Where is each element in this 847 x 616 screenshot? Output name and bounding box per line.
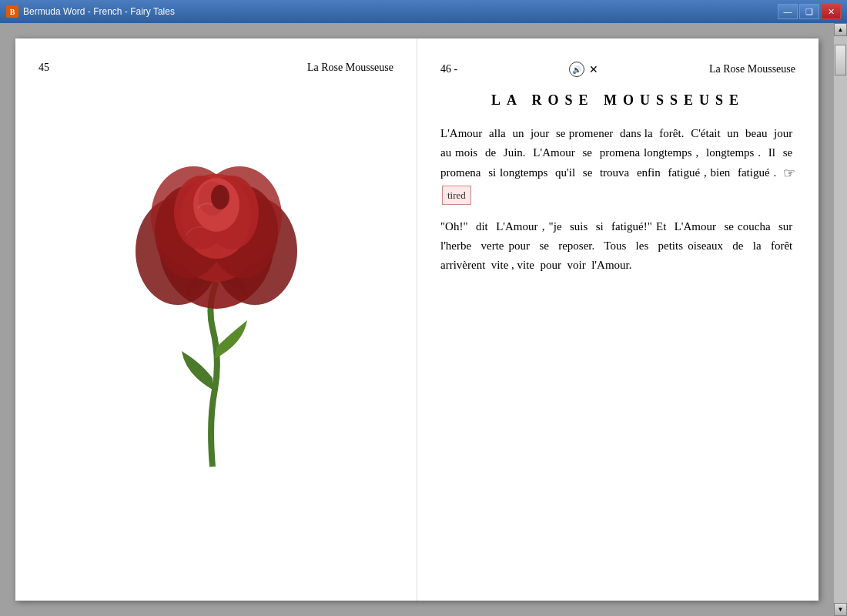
rose-image-container	[38, 97, 393, 482]
right-page-title: La Rose Mousseuse	[709, 63, 795, 75]
rose-image	[93, 97, 340, 482]
story-text: L'Amour alla un jour se promener dans la…	[440, 124, 795, 275]
scroll-up-button[interactable]: ▲	[834, 23, 847, 36]
book-container: 45 La Rose Mousseuse	[0, 23, 834, 616]
fatigue-word-1[interactable]: fatigué	[668, 166, 700, 179]
title-bar: B Bermuda Word - French - Fairy Tales — …	[0, 0, 847, 23]
tooltip-box: tired	[442, 186, 471, 205]
main-area: 45 La Rose Mousseuse	[0, 23, 847, 616]
book-scroll: 45 La Rose Mousseuse	[0, 23, 834, 616]
window-title: Bermuda Word - French - Fairy Tales	[23, 6, 175, 17]
paragraph-2: "Oh!" dit L'Amour , "je suis si fatigué!…	[440, 217, 795, 274]
story-title: LA ROSE MOUSSEUSE	[440, 92, 795, 109]
window-controls: — ❑ ✕	[778, 4, 841, 19]
right-page-header: 46 - 🔊 ✕ La Rose Mousseuse	[440, 62, 795, 77]
left-page-number: 45	[38, 62, 49, 74]
paragraph-1: L'Amour alla un jour se promener dans la…	[440, 124, 795, 205]
close-button[interactable]: ✕	[821, 4, 841, 19]
svg-point-13	[211, 185, 229, 209]
scroll-down-button[interactable]: ▼	[834, 603, 847, 616]
left-page-title: La Rose Mousseuse	[307, 62, 393, 74]
app-icon: B	[6, 5, 18, 18]
page-right: 46 - 🔊 ✕ La Rose Mousseuse LA ROSE MOUSS…	[417, 38, 819, 601]
scroll-track[interactable]	[834, 36, 847, 603]
page-left: 45 La Rose Mousseuse	[15, 38, 417, 601]
page-nav-icons: 🔊 ✕	[569, 62, 598, 77]
audio-icon[interactable]: 🔊	[569, 62, 584, 77]
title-bar-left: B Bermuda Word - French - Fairy Tales	[6, 5, 175, 18]
scrollbar: ▲ ▼	[834, 23, 847, 616]
scroll-thumb[interactable]	[835, 45, 846, 75]
page-spread: 45 La Rose Mousseuse	[15, 38, 819, 601]
maximize-button[interactable]: ❑	[799, 4, 819, 19]
fatigue-word-2[interactable]: fatigué	[738, 166, 770, 179]
close-icon[interactable]: ✕	[589, 63, 598, 76]
left-page-header: 45 La Rose Mousseuse	[38, 62, 393, 74]
minimize-button[interactable]: —	[778, 4, 798, 19]
right-page-number: 46 -	[440, 63, 457, 75]
cursor-pointer: ☞	[783, 162, 795, 186]
